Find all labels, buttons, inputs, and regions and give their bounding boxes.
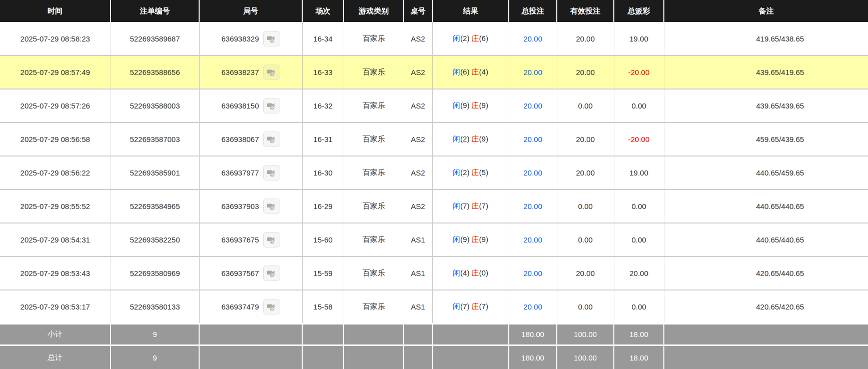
- result-player-label: 闲: [453, 68, 460, 76]
- cell-session: 15-60: [302, 223, 344, 256]
- cell-table-number: AS2: [404, 190, 432, 223]
- cell-payout: -20.00: [614, 56, 664, 89]
- round-number: 636938237: [221, 68, 259, 76]
- cell-game-type: 百家乐: [344, 156, 404, 190]
- subtotal-row: 小计 9 180.00 100.00 18.00: [0, 324, 868, 345]
- cell-time: 2025-07-29 08:55:52: [0, 190, 111, 223]
- round-number: 636937977: [221, 168, 259, 177]
- cell-time: 2025-07-29 08:54:31: [0, 223, 111, 256]
- result-banker-value: (5): [479, 168, 488, 176]
- result-banker-label: 庄: [472, 202, 479, 210]
- video-replay-button[interactable]: [263, 232, 280, 248]
- cell-round: 636938237: [199, 56, 302, 89]
- cell-table-number: AS2: [404, 156, 432, 190]
- video-replay-button[interactable]: [263, 165, 280, 180]
- cell-valid-bet: 20.00: [557, 156, 614, 190]
- round-number: 636937903: [221, 202, 259, 210]
- video-replay-button[interactable]: [263, 64, 280, 80]
- cell-payout: 0.00: [614, 290, 664, 324]
- result-banker-value: (9): [479, 235, 488, 244]
- video-replay-icon: [267, 34, 276, 44]
- result-player-label: 闲: [453, 302, 460, 310]
- column-header-round: 局号: [199, 0, 302, 22]
- cell-session: 16-31: [302, 122, 344, 156]
- table-row[interactable]: 2025-07-29 08:55:52 522693584965 6369379…: [0, 190, 868, 223]
- table-row[interactable]: 2025-07-29 08:57:26 522693588003 6369381…: [0, 89, 868, 122]
- column-header-table-number: 桌号: [404, 0, 432, 22]
- round-number: 636938067: [221, 135, 259, 144]
- result-banker-label: 庄: [472, 268, 479, 277]
- table-body: 2025-07-29 08:58:23 522693589687 6369383…: [0, 22, 868, 324]
- cell-remark: 459.65/439.65: [664, 122, 868, 156]
- video-replay-button[interactable]: [263, 266, 280, 281]
- cell-round: 636938150: [199, 89, 302, 122]
- table-row[interactable]: 2025-07-29 08:56:58 522693587003 6369380…: [0, 122, 868, 156]
- result-banker-value: (7): [479, 302, 488, 310]
- cell-bet-id: 522693587003: [111, 122, 199, 156]
- round-number: 636938329: [221, 34, 259, 43]
- cell-table-number: AS2: [404, 89, 432, 122]
- cell-result: 闲(6) 庄(4): [432, 56, 509, 89]
- cell-remark: 419.65/438.65: [664, 22, 868, 56]
- cell-payout: 0.00: [614, 89, 664, 122]
- cell-total-bet: 20.00: [509, 256, 557, 290]
- video-replay-button[interactable]: [263, 198, 280, 214]
- video-replay-icon: [267, 302, 276, 312]
- cell-total-bet: 20.00: [509, 89, 557, 122]
- result-banker-value: (9): [479, 134, 488, 143]
- cell-session: 16-33: [302, 56, 344, 89]
- cell-remark: 420.65/440.65: [664, 256, 868, 290]
- total-label: 总计: [0, 345, 111, 369]
- cell-table-number: AS1: [404, 290, 432, 324]
- result-player-label: 闲: [453, 101, 460, 110]
- cell-session: 15-58: [302, 290, 344, 324]
- cell-valid-bet: 0.00: [557, 223, 614, 256]
- video-replay-icon: [267, 168, 276, 178]
- video-replay-button[interactable]: [263, 132, 280, 147]
- cell-valid-bet: 0.00: [557, 290, 614, 324]
- result-player-label: 闲: [453, 268, 460, 277]
- cell-time: 2025-07-29 08:53:17: [0, 290, 111, 324]
- cell-total-bet: 20.00: [509, 22, 557, 56]
- table-row[interactable]: 2025-07-29 08:57:49 522693588656 6369382…: [0, 56, 868, 89]
- table-row[interactable]: 2025-07-29 08:58:23 522693589687 6369383…: [0, 22, 868, 56]
- result-player-label: 闲: [453, 168, 460, 176]
- cell-round: 636937567: [199, 256, 302, 290]
- cell-valid-bet: 20.00: [557, 56, 614, 89]
- table-row[interactable]: 2025-07-29 08:56:22 522693585901 6369379…: [0, 156, 868, 190]
- video-replay-button[interactable]: [263, 299, 280, 314]
- cell-payout: 19.00: [614, 156, 664, 190]
- cell-payout: -20.00: [614, 122, 664, 156]
- video-replay-icon: [267, 268, 276, 278]
- column-header-session: 场次: [302, 0, 344, 22]
- cell-time: 2025-07-29 08:53:43: [0, 256, 111, 290]
- subtotal-count: 9: [111, 324, 199, 345]
- cell-remark: 439.65/439.65: [664, 89, 868, 122]
- table-row[interactable]: 2025-07-29 08:54:31 522693582250 6369376…: [0, 223, 868, 256]
- cell-bet-id: 522693588003: [111, 89, 199, 122]
- cell-valid-bet: 20.00: [557, 256, 614, 290]
- result-banker-label: 庄: [472, 168, 479, 176]
- cell-bet-id: 522693580133: [111, 290, 199, 324]
- subtotal-label: 小计: [0, 324, 111, 345]
- video-replay-button[interactable]: [263, 98, 280, 114]
- cell-bet-id: 522693582250: [111, 223, 199, 256]
- table-footer: 小计 9 180.00 100.00 18.00 总计 9 180.00 100…: [0, 324, 868, 369]
- cell-time: 2025-07-29 08:56:58: [0, 122, 111, 156]
- table-row[interactable]: 2025-07-29 08:53:17 522693580133 6369374…: [0, 290, 868, 324]
- cell-remark: 420.65/420.65: [664, 290, 868, 324]
- result-banker-label: 庄: [472, 34, 479, 42]
- column-header-time: 时间: [0, 0, 111, 22]
- cell-game-type: 百家乐: [344, 190, 404, 223]
- result-banker-label: 庄: [472, 101, 479, 110]
- cell-remark: 440.65/440.65: [664, 190, 868, 223]
- cell-total-bet: 20.00: [509, 122, 557, 156]
- cell-total-bet: 20.00: [509, 190, 557, 223]
- cell-round: 636937479: [199, 290, 302, 324]
- cell-result: 闲(7) 庄(7): [432, 290, 509, 324]
- video-replay-button[interactable]: [263, 31, 280, 46]
- table-row[interactable]: 2025-07-29 08:53:43 522693580969 6369375…: [0, 256, 868, 290]
- result-banker-value: (0): [479, 268, 488, 277]
- column-header-remark: 备注: [664, 0, 868, 22]
- cell-round: 636937675: [199, 223, 302, 256]
